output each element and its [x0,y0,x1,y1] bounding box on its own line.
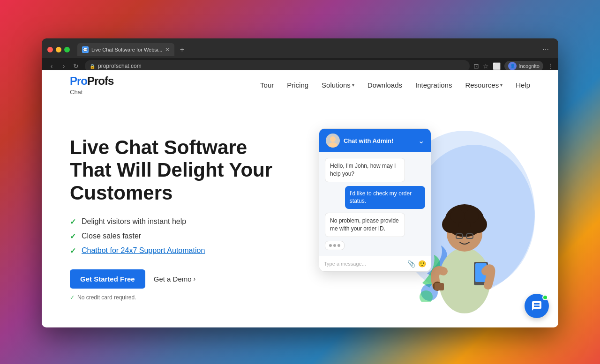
typing-dot-2 [333,244,336,247]
lock-icon: 🔒 [90,64,95,69]
hero-right: Chat with Admin! ⌄ Hello, I'm John, how … [300,119,530,318]
avatar: 👤 [508,62,517,70]
tab-favicon-icon: 💬 [82,46,89,53]
back-button[interactable]: ‹ [46,61,57,71]
minimize-window-button[interactable] [56,47,61,52]
tab-close-icon[interactable]: ✕ [165,47,170,52]
svg-point-12 [465,209,479,223]
menu-icon[interactable]: ⋮ [547,62,554,70]
demo-text: Get a Demo [154,275,192,283]
feature-3: ✓ Chatbot for 24x7 Support Automation [70,246,281,255]
nav-pricing[interactable]: Pricing [287,81,308,89]
svg-point-5 [328,142,338,148]
maximize-window-button[interactable] [64,47,70,52]
logo-chat-label: Chat [70,89,113,96]
site-nav: ProProfs Chat Tour Pricing Solutions ▾ D… [42,70,558,100]
nav-resources[interactable]: Resources ▾ [465,81,502,89]
traffic-lights [47,47,70,52]
chat-input-bar[interactable]: Type a message... 📎 🙂 [319,256,431,271]
chat-admin-avatar [326,134,340,148]
chatbot-link[interactable]: Chatbot for 24x7 Support Automation [82,246,205,255]
online-status-dot [542,295,548,300]
hero-left: Live Chat Software That Will Delight You… [70,136,300,301]
hero-cta: Get Started Free Get a Demo › [70,269,281,289]
browser-window: 💬 Live Chat Software for Websi... ✕ + ⋯ … [42,38,558,327]
attachment-icon[interactable]: 📎 [407,260,415,267]
chat-msg-1: Hello, I'm John, how may I help you? [325,158,405,182]
tab-end-controls: ⋯ [542,46,553,53]
profile-button[interactable]: 👤 Incognito [504,61,543,71]
chat-input-placeholder[interactable]: Type a message... [324,261,405,267]
browser-titlebar: 💬 Live Chat Software for Websi... ✕ + ⋯ [42,38,558,58]
svg-rect-19 [435,283,444,290]
forward-button[interactable]: › [59,61,69,71]
chat-messages: Hello, I'm John, how may I help you? I'd… [319,152,431,256]
nav-integrations[interactable]: Integrations [415,81,452,89]
svg-point-4 [330,136,336,142]
nav-solutions[interactable]: Solutions ▾ [322,81,354,89]
solutions-dropdown-icon: ▾ [352,82,354,88]
nav-help[interactable]: Help [516,81,530,89]
hero-title: Live Chat Software That Will Delight You… [70,136,281,204]
close-window-button[interactable] [47,47,53,52]
chat-header-text: Chat with Admin! [344,137,414,144]
nav-links: Tour Pricing Solutions ▾ Downloads Integ… [260,81,530,89]
check-icon-3: ✓ [70,246,76,255]
check-icon-2: ✓ [70,232,76,241]
no-cc-notice: ✓ No credit card required. [70,294,281,301]
nav-tour[interactable]: Tour [260,81,274,89]
extensions-icon[interactable]: ⬜ [493,62,501,70]
profile-name: Incognito [518,63,540,69]
url-text: proprofschat.com [98,63,142,69]
address-bar-controls: ⊡ ☆ ⬜ 👤 Incognito ⋮ [473,61,554,71]
feature-1-text: Delight visitors with instant help [82,217,186,226]
emoji-icon[interactable]: 🙂 [418,260,426,267]
no-cc-check-icon: ✓ [70,294,75,301]
chat-widget: Chat with Admin! ⌄ Hello, I'm John, how … [319,128,431,272]
chat-msg-3: No problem, please provide me with your … [325,213,405,237]
logo-area: ProProfs Chat [70,74,113,96]
svg-point-11 [450,209,465,223]
typing-indicator [325,241,345,250]
chat-widget-header[interactable]: Chat with Admin! ⌄ [319,129,431,152]
feature-2-text: Close sales faster [82,232,141,240]
active-tab[interactable]: 💬 Live Chat Software for Websi... ✕ [77,43,174,56]
check-icon-1: ✓ [70,217,76,226]
typing-dot-1 [329,244,332,247]
page-content: ProProfs Chat Tour Pricing Solutions ▾ D… [42,70,558,327]
new-tab-button[interactable]: + [177,45,187,54]
logo-container[interactable]: ProProfs [70,74,113,88]
reload-button[interactable]: ↻ [71,61,81,71]
hero-section: Live Chat Software That Will Delight You… [42,100,558,327]
get-started-button[interactable]: Get Started Free [70,269,145,289]
resources-dropdown-icon: ▾ [500,82,502,88]
nav-downloads[interactable]: Downloads [368,81,402,89]
chat-collapse-icon[interactable]: ⌄ [418,136,424,145]
browser-chrome: 💬 Live Chat Software for Websi... ✕ + ⋯ … [42,38,558,70]
cast-icon[interactable]: ⊡ [473,62,479,70]
demo-arrow-icon: › [194,275,196,282]
tab-title: Live Chat Software for Websi... [91,47,162,52]
nav-buttons: ‹ › ↻ [46,61,81,71]
no-cc-text: No credit card required. [77,294,136,301]
tab-bar: 💬 Live Chat Software for Websi... ✕ + [77,43,539,56]
get-demo-link[interactable]: Get a Demo › [154,275,196,283]
logo-text: ProProfs [70,74,113,88]
bookmark-icon[interactable]: ☆ [483,62,489,70]
feature-2: ✓ Close sales faster [70,232,281,241]
feature-1: ✓ Delight visitors with instant help [70,217,281,226]
typing-dot-3 [338,244,340,247]
hero-features: ✓ Delight visitors with instant help ✓ C… [70,217,281,255]
chat-msg-2: I'd like to check my order status. [345,186,425,209]
